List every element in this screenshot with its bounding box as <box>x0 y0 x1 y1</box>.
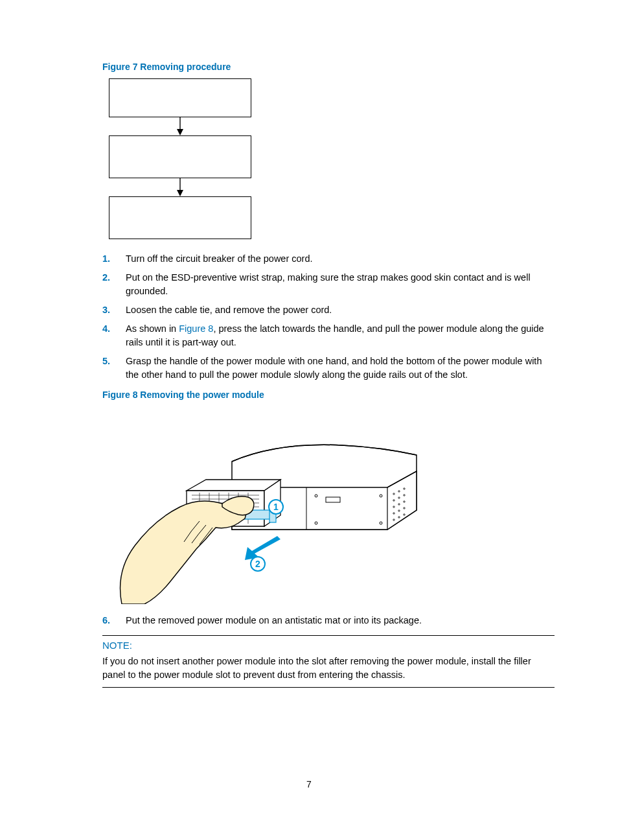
step-6: Put the removed power module on an antis… <box>102 614 555 627</box>
flowchart-arrow-2 <box>109 178 251 196</box>
figure-8-caption: Figure 8 Removing the power module <box>102 390 555 400</box>
figure-7-caption: Figure 7 Removing procedure <box>102 62 555 72</box>
svg-marker-3 <box>177 190 183 196</box>
flowchart-box-2 <box>109 135 251 178</box>
flowchart-box-3 <box>109 196 251 239</box>
step-2: Put on the ESD-preventive wrist strap, m… <box>102 271 555 298</box>
svg-text:1: 1 <box>273 502 279 512</box>
step-4: As shown in Figure 8, press the latch to… <box>102 322 555 349</box>
note-block: NOTE: If you do not insert another power… <box>102 635 555 688</box>
step-4-prefix: As shown in <box>126 323 179 334</box>
pull-arrow-icon <box>245 536 280 560</box>
flowchart-arrow-1 <box>109 117 251 135</box>
page-number: 7 <box>0 779 618 789</box>
step-1: Turn off the circuit breaker of the powe… <box>102 252 555 266</box>
svg-text:2: 2 <box>255 559 260 569</box>
figure-8-xref[interactable]: Figure 8 <box>179 323 213 334</box>
flowchart-figure-7 <box>109 78 555 239</box>
step-3: Loosen the cable tie, and remove the pow… <box>102 303 555 317</box>
procedure-steps-cont: Put the removed power module on an antis… <box>102 614 555 627</box>
note-body: If you do not insert another power modul… <box>102 655 555 682</box>
svg-marker-1 <box>177 129 183 135</box>
step-5: Grasp the handle of the power module wit… <box>102 355 555 382</box>
flowchart-box-1 <box>109 78 251 117</box>
figure-8-illustration: 1 2 <box>102 406 555 607</box>
note-title: NOTE: <box>102 640 555 651</box>
procedure-steps: Turn off the circuit breaker of the powe… <box>102 252 555 382</box>
